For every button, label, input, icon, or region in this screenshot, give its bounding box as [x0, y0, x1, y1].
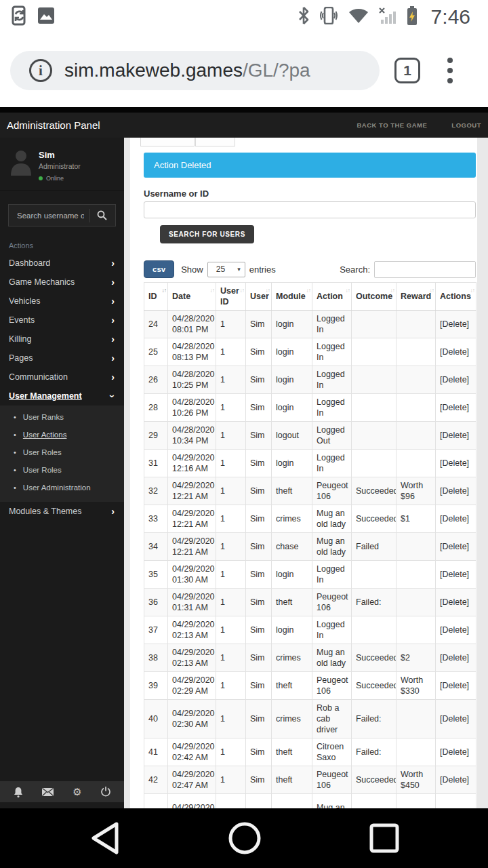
column-header-id[interactable]: ID↓↑	[144, 283, 168, 311]
browser-menu-button[interactable]	[443, 54, 457, 87]
back-to-game-link[interactable]: BACK TO THE GAME	[357, 121, 427, 129]
column-header-date[interactable]: Date↓↑	[168, 283, 216, 311]
cell-reward: $2	[396, 644, 436, 672]
cell-actions: [Delete]	[436, 700, 476, 738]
sidebar-item-modules-themes[interactable]: Modules & Themes›	[0, 502, 124, 521]
sidebar-search-input[interactable]	[9, 212, 89, 220]
cell-module: chase	[272, 533, 312, 561]
cell-id: 29	[144, 422, 168, 450]
cell-outcome	[352, 338, 396, 366]
cell-user-id: 1	[216, 477, 246, 505]
cell-user-id: 1	[216, 672, 246, 700]
tab-switcher-button[interactable]: 1	[394, 58, 420, 83]
column-label: ID	[148, 292, 157, 301]
cell-reward	[396, 561, 436, 589]
delete-action-link[interactable]: [Delete]	[440, 319, 469, 329]
delete-action-link[interactable]: [Delete]	[440, 431, 469, 440]
delete-action-link[interactable]: [Delete]	[440, 653, 469, 663]
home-button[interactable]	[227, 821, 262, 856]
cell-actions: [Delete]	[436, 477, 476, 505]
cell-module: login	[272, 366, 312, 394]
cell-outcome	[352, 794, 396, 809]
csv-export-button[interactable]: csv	[144, 260, 174, 278]
clipped-tab[interactable]	[140, 138, 195, 146]
delete-action-link[interactable]: [Delete]	[440, 714, 469, 724]
sidebar-subitem-user-actions[interactable]: •User Actions	[0, 426, 124, 443]
gear-icon[interactable]: ⚙	[73, 786, 81, 798]
delete-action-link[interactable]: [Delete]	[440, 625, 469, 635]
search-icon[interactable]	[89, 209, 115, 222]
sort-icon: ↓↑	[430, 285, 434, 296]
delete-action-link[interactable]: [Delete]	[440, 570, 469, 579]
delete-action-link[interactable]: [Delete]	[440, 375, 469, 384]
search-for-users-button[interactable]: SEARCH FOR USERS	[160, 225, 254, 243]
cell-user-id: 1	[216, 561, 246, 589]
cell-actions: [Delete]	[436, 672, 476, 700]
sidebar-item-dashboard[interactable]: Dashboard›	[0, 254, 124, 273]
sidebar-subitem-user-roles[interactable]: •User Roles	[0, 461, 124, 479]
column-header-reward[interactable]: Reward↓↑	[396, 283, 436, 311]
sidebar-item-label: Communication	[9, 372, 68, 382]
sidebar-item-user-management[interactable]: User Management›	[0, 387, 124, 406]
sidebar-subitem-user-administration[interactable]: •User Administration	[0, 479, 124, 496]
sidebar-subitem-user-roles[interactable]: •User Roles	[0, 443, 124, 461]
cell-outcome: Failed:	[352, 700, 396, 738]
delete-action-link[interactable]: [Delete]	[440, 775, 469, 785]
bullet-icon: •	[14, 431, 16, 439]
back-button[interactable]	[88, 821, 121, 855]
url-bar[interactable]: i sim.makeweb.games/GL/?pa	[10, 51, 380, 90]
sidebar-item-vehicles[interactable]: Vehicles›	[0, 292, 124, 311]
mail-icon[interactable]	[42, 788, 54, 796]
chevron-right-icon: ›	[111, 336, 115, 342]
delete-action-link[interactable]: [Delete]	[440, 347, 469, 357]
cell-actions: [Delete]	[436, 366, 476, 394]
column-header-user-id[interactable]: User ID↓↑	[216, 283, 246, 311]
cell-user: Sim	[246, 644, 272, 672]
delete-action-link[interactable]: [Delete]	[440, 542, 469, 551]
clipped-tab[interactable]	[195, 138, 235, 146]
delete-action-link[interactable]: [Delete]	[440, 514, 469, 524]
delete-action-link[interactable]: [Delete]	[440, 458, 469, 468]
column-header-outcome[interactable]: Outcome↓↑	[352, 283, 396, 311]
cell-action: Rob a cab driver	[312, 700, 352, 738]
logout-link[interactable]: LOGOUT	[451, 121, 481, 129]
delete-action-link[interactable]: [Delete]	[440, 681, 469, 690]
table-row: 3804/29/2020 02:13 AM1SimcrimesMug an ol…	[144, 644, 476, 672]
page-info-icon[interactable]: i	[29, 59, 52, 82]
sidebar-menu: Dashboard›Game Mechanics›Vehicles›Events…	[0, 254, 124, 406]
sidebar-search	[8, 204, 116, 226]
power-icon[interactable]	[101, 787, 110, 797]
sort-icon: ↓↑	[346, 285, 350, 296]
delete-action-link[interactable]: [Delete]	[440, 486, 469, 496]
username-input[interactable]	[144, 201, 476, 218]
recents-button[interactable]	[369, 823, 400, 854]
chevron-right-icon: ›	[111, 508, 115, 515]
cell-user-id: 1	[216, 700, 246, 738]
delete-action-link[interactable]: [Delete]	[440, 403, 469, 412]
cell-outcome	[352, 422, 396, 450]
sidebar-subitem-user-ranks[interactable]: •User Ranks	[0, 408, 124, 426]
column-label: Module	[276, 292, 306, 301]
sidebar-item-pages[interactable]: Pages›	[0, 349, 124, 368]
cell-reward	[396, 311, 436, 338]
bell-icon[interactable]	[14, 787, 23, 797]
column-header-module[interactable]: Module↓↑	[272, 283, 312, 311]
column-header-actions[interactable]: Actions↓↑	[436, 283, 476, 311]
cell-action: Mug an old lady	[312, 644, 352, 672]
table-search-input[interactable]	[374, 261, 476, 278]
cell-module: logout	[272, 422, 312, 450]
delete-action-link[interactable]: [Delete]	[440, 597, 469, 607]
column-header-action[interactable]: Action↓↑	[312, 283, 352, 311]
column-header-user[interactable]: User↓↑	[246, 283, 272, 311]
page-size-select[interactable]: 25 ▾	[207, 262, 245, 277]
sidebar-item-communication[interactable]: Communication›	[0, 368, 124, 387]
header-top-strip	[0, 107, 488, 113]
sidebar-item-game-mechanics[interactable]: Game Mechanics›	[0, 273, 124, 292]
sidebar-item-events[interactable]: Events›	[0, 311, 124, 330]
sidebar-item-killing[interactable]: Killing›	[0, 330, 124, 349]
delete-action-link[interactable]: [Delete]	[440, 747, 469, 757]
cell-outcome	[352, 561, 396, 589]
cell-user: Sim	[246, 477, 272, 505]
cell-id: 35	[144, 561, 168, 589]
cell-actions: [Delete]	[436, 533, 476, 561]
